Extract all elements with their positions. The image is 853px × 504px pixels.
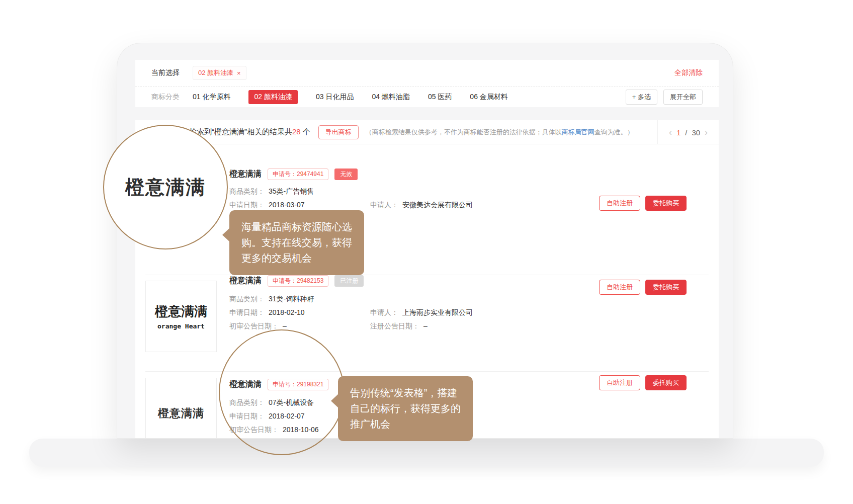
entrust-buy-button[interactable]: 委托购买 [645,375,687,390]
bubble-line: 自己的标行，获得更多的 [350,401,461,416]
bubble-tail-icon [331,393,339,408]
trademark-image: 橙意满满 [145,378,217,439]
selected-filter-tag-label: 02 颜料油漆 [198,68,233,77]
entrust-buy-button[interactable]: 委托购买 [645,280,687,295]
status-badge: 无效 [334,169,358,180]
category-item-03[interactable]: 03 日化用品 [316,93,354,102]
page-current: 1 [676,128,680,137]
reg-notice-line: 注册公告日期：– [370,322,428,331]
category-line: 商品类别：31类-饲料种籽 [229,295,314,304]
application-no-badge: 申请号：29482153 [268,275,328,287]
tag-close-icon[interactable]: × [237,69,241,77]
page-separator: / [685,128,687,137]
row-actions: 自助注册 委托购买 [599,196,687,211]
summary-count: 28 [292,127,301,136]
results-disclaimer: （商标检索结果仅供参考，不作为商标能否注册的法律依据；具体以商标局官网查询为准。… [366,128,634,137]
status-badge: 已注册 [334,275,364,287]
apply-date-line: 申请日期：2018-02-10 申请人：上海雨步实业有限公司 [229,308,305,317]
filter-panel: 当前选择 02 颜料油漆 × 全部清除 商标分类 01 化学原料 02 颜料油漆… [135,60,719,107]
trademark-image-text: 橙意满满 [158,406,204,421]
self-register-button[interactable]: 自助注册 [599,375,640,390]
bubble-line: 海量精品商标资源随心选 [241,219,352,235]
self-register-button[interactable]: 自助注册 [599,196,640,211]
current-selection-row: 当前选择 02 颜料油漆 × 全部清除 [135,60,719,86]
category-item-06[interactable]: 06 金属材料 [470,93,507,102]
category-tools: + 多选 展开全部 [626,90,703,105]
bubble-tail-icon [222,227,230,242]
trademark-name: 橙意满满 [229,276,262,286]
callout-bubble-1: 海量精品商标资源随心选 购。支持在线交易，获得 更多的交易机会 [229,210,364,275]
application-no-badge: 申请号：29474941 [268,169,328,180]
self-register-button[interactable]: 自助注册 [599,280,640,295]
trademark-image-text: 橙意满满 [155,303,207,320]
bubble-line: 购。支持在线交易，获得 [241,235,352,250]
page-total: 30 [692,128,700,137]
callout-bubble-2: 告别传统“发表格”，搭建 自己的标行，获得更多的 推广机会 [338,376,473,441]
category-item-04[interactable]: 04 燃料油脂 [372,93,409,102]
trademark-image-subtext: orange Heart [157,322,205,330]
row-actions: 自助注册 委托购买 [599,280,687,295]
magnified-trademark-text: 橙意满满 [125,175,206,200]
row-actions: 自助注册 委托购买 [599,375,687,390]
export-trademark-button[interactable]: 导出商标 [318,125,359,139]
bubble-line: 推广机会 [350,416,461,432]
category-row-label: 商标分类 [151,93,180,102]
category-line: 商品类别：35类-广告销售 [229,187,314,196]
bubble-line: 告别传统“发表格”，搭建 [350,385,461,401]
category-item-02-active[interactable]: 02 颜料油漆 [248,90,297,104]
category-item-05[interactable]: 05 医药 [428,93,452,102]
current-selection-label: 当前选择 [151,68,180,77]
magnifier-lens-1: 橙意满满 [103,125,228,249]
page-next-icon[interactable]: › [705,127,708,138]
page-prev-icon[interactable]: ‹ [669,127,672,138]
magnifier-lens-2 [219,329,345,455]
laptop-base [29,439,824,467]
category-row: 商标分类 01 化学原料 02 颜料油漆 03 日化用品 04 燃料油脂 05 … [135,86,719,107]
row-details: 橙意满满 申请号：29474941 无效 商品类别：35类-广告销售 申请日期：… [229,169,358,180]
entrust-buy-button[interactable]: 委托购买 [645,196,687,211]
multi-select-button[interactable]: + 多选 [626,90,657,105]
expand-all-button[interactable]: 展开全部 [663,90,703,105]
disclaimer-text-1: （商标检索结果仅供参考，不作为商标能否注册的法律依据；具体以 [366,128,562,136]
pagination: ‹ 1 / 30 › [657,120,719,144]
disclaimer-text-2: 查询为准。） [594,128,634,136]
category-list: 01 化学原料 02 颜料油漆 03 日化用品 04 燃料油脂 05 医药 06… [193,90,508,104]
applicant-line: 申请人：安徽美达会展有限公司 [370,201,473,210]
applicant-line: 申请人：上海雨步实业有限公司 [370,308,473,317]
trademark-name: 橙意满满 [229,169,262,180]
summary-suffix: 个 [301,127,310,136]
page: 当前选择 02 颜料油漆 × 全部清除 商标分类 01 化学原料 02 颜料油漆… [0,0,853,504]
trademark-image: 橙意满满 orange Heart [145,281,217,352]
results-header: 当前分类下检索到“橙意满满”相关的结果共28 个 导出商标 （商标检索结果仅供参… [135,120,719,144]
apply-date-line: 申请日期：2018-03-07 申请人：安徽美达会展有限公司 [229,201,305,210]
clear-all-link[interactable]: 全部清除 [674,68,703,77]
selected-filter-tag[interactable]: 02 颜料油漆 × [193,66,246,80]
bubble-line: 更多的交易机会 [241,250,352,266]
trademark-office-link[interactable]: 商标局官网 [562,128,594,136]
category-item-01[interactable]: 01 化学原料 [193,93,230,102]
row-details: 橙意满满 申请号：29482153 已注册 商品类别：31类-饲料种籽 申请日期… [229,275,364,287]
